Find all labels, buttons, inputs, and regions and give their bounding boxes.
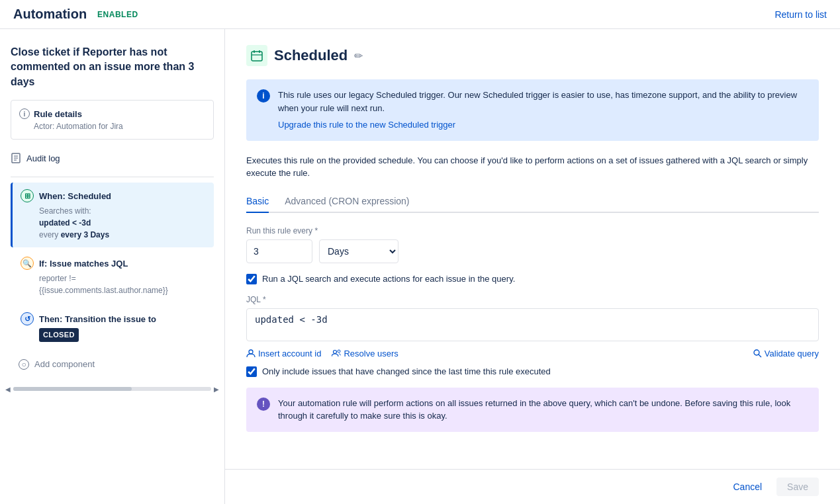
footer: Cancel Save <box>225 469 840 504</box>
save-button[interactable]: Save <box>776 478 819 496</box>
main-content: Scheduled ✏ i This rule uses our legacy … <box>225 29 840 469</box>
user-icon <box>246 349 256 358</box>
step-if[interactable]: 🔍 If: Issue matches JQL reporter != {{is… <box>11 250 214 303</box>
only-changed-checkbox[interactable] <box>246 366 257 377</box>
step-if-detail2: {{issue.comments.last.author.name}} <box>39 284 206 296</box>
info-box-content: This rule uses our legacy Scheduled trig… <box>278 89 808 132</box>
calendar-icon <box>246 45 267 66</box>
run-every-label: Run this rule every * <box>246 226 819 235</box>
search-icon <box>753 349 762 358</box>
rule-title: Close ticket if Reporter has not comment… <box>0 40 224 100</box>
svg-rect-4 <box>252 52 262 61</box>
add-icon: ○ <box>19 359 29 370</box>
closed-badge: CLOSED <box>39 328 79 342</box>
step-if-detail1: reporter != <box>39 273 206 284</box>
app-title: Automation <box>13 7 87 22</box>
jql-input[interactable]: updated < -3d <box>246 308 819 341</box>
jql-checkbox[interactable] <box>246 274 257 284</box>
step-if-details: reporter != {{issue.comments.last.author… <box>21 273 206 296</box>
jql-label: JQL * <box>246 295 819 304</box>
return-link[interactable]: Return to list <box>774 9 827 20</box>
info-box-text: This rule uses our legacy Scheduled trig… <box>278 90 797 113</box>
step-if-header: 🔍 If: Issue matches JQL <box>21 257 206 270</box>
svg-point-8 <box>249 350 253 354</box>
only-changed-label[interactable]: Only include issues that have changed si… <box>262 366 551 376</box>
main-layout: Close ticket if Reporter has not comment… <box>0 29 840 504</box>
run-every-row: Minutes Hours Days Weeks <box>246 239 819 263</box>
step-if-icon: 🔍 <box>21 257 34 270</box>
step-when-details: Searches with: updated < -3d every every… <box>21 205 206 241</box>
step-then-header: ↺ Then: Transition the issue to <box>21 312 206 325</box>
jql-checkbox-label[interactable]: Run a JQL search and execute actions for… <box>262 274 515 284</box>
rule-actor: Actor: Automation for Jira <box>19 122 205 131</box>
edit-icon[interactable]: ✏ <box>354 50 363 62</box>
jql-actions: Insert account id Resolve users <box>246 349 819 358</box>
horizontal-scrollbar[interactable]: ◀ ▶ <box>0 380 224 393</box>
add-component[interactable]: ○ Add component <box>11 354 214 375</box>
step-when-detail2: updated < -3d <box>39 217 206 229</box>
step-if-label: If: Issue matches JQL <box>39 259 128 269</box>
step-when-detail1: Searches with: <box>39 205 206 217</box>
info-box-icon: i <box>257 89 270 103</box>
content-header: Scheduled ✏ <box>246 45 819 66</box>
warning-icon: ! <box>257 398 270 411</box>
run-every-input[interactable] <box>246 239 312 263</box>
info-icon: i <box>19 108 30 119</box>
svg-line-12 <box>759 355 761 357</box>
scroll-bar-thumb <box>13 387 132 391</box>
rule-details-card: i Rule details Actor: Automation for Jir… <box>11 100 214 140</box>
tabs: Basic Advanced (CRON expression) <box>246 190 819 213</box>
info-box: i This rule uses our legacy Scheduled tr… <box>246 79 819 141</box>
step-when-icon: ⊞ <box>21 189 34 202</box>
step-when[interactable]: ⊞ When: Scheduled Searches with: updated… <box>11 183 214 247</box>
audit-log-label: Audit log <box>26 153 60 163</box>
rule-details-label: Rule details <box>34 109 82 119</box>
insert-account-id-button[interactable]: Insert account id <box>246 349 321 358</box>
enabled-badge: ENABLED <box>97 10 138 19</box>
tab-advanced[interactable]: Advanced (CRON expression) <box>285 190 409 213</box>
svg-point-11 <box>754 350 759 355</box>
document-icon <box>11 153 21 163</box>
step-then-details: CLOSED <box>21 328 206 342</box>
content-title: Scheduled <box>274 47 348 64</box>
step-then-label: Then: Transition the issue to <box>39 314 156 324</box>
scroll-right-arrow[interactable]: ▶ <box>214 386 219 393</box>
users-icon <box>332 349 341 358</box>
step-when-header: ⊞ When: Scheduled <box>21 189 206 202</box>
only-changed-row: Only include issues that have changed si… <box>246 366 819 377</box>
cancel-button[interactable]: Cancel <box>725 478 770 496</box>
description-text: Executes this rule on the provided sched… <box>246 154 819 180</box>
warning-text: Your automation rule will perform action… <box>278 397 808 423</box>
header: Automation ENABLED Return to list <box>0 0 840 29</box>
step-when-label: When: Scheduled <box>39 191 111 201</box>
warning-box: ! Your automation rule will perform acti… <box>246 388 819 432</box>
validate-query-button[interactable]: Validate query <box>753 349 819 358</box>
tab-basic[interactable]: Basic <box>246 190 269 213</box>
jql-checkbox-row: Run a JQL search and execute actions for… <box>246 274 819 284</box>
svg-point-9 <box>334 351 337 354</box>
audit-log-item[interactable]: Audit log <box>11 147 214 169</box>
svg-point-10 <box>338 350 340 353</box>
scroll-bar-track <box>13 387 211 391</box>
step-when-detail3: every every 3 Days <box>39 229 206 241</box>
divider <box>11 177 214 177</box>
add-component-label: Add component <box>34 359 95 369</box>
resolve-users-button[interactable]: Resolve users <box>332 349 398 358</box>
step-then[interactable]: ↺ Then: Transition the issue to CLOSED <box>11 306 214 349</box>
step-then-icon: ↺ <box>21 312 34 325</box>
rule-details-header: i Rule details <box>19 108 205 119</box>
sidebar: Close ticket if Reporter has not comment… <box>0 29 225 504</box>
unit-select[interactable]: Minutes Hours Days Weeks <box>319 239 398 263</box>
scroll-left-arrow[interactable]: ◀ <box>5 386 11 393</box>
upgrade-link[interactable]: Upgrade this rule to the new Scheduled t… <box>278 118 808 132</box>
